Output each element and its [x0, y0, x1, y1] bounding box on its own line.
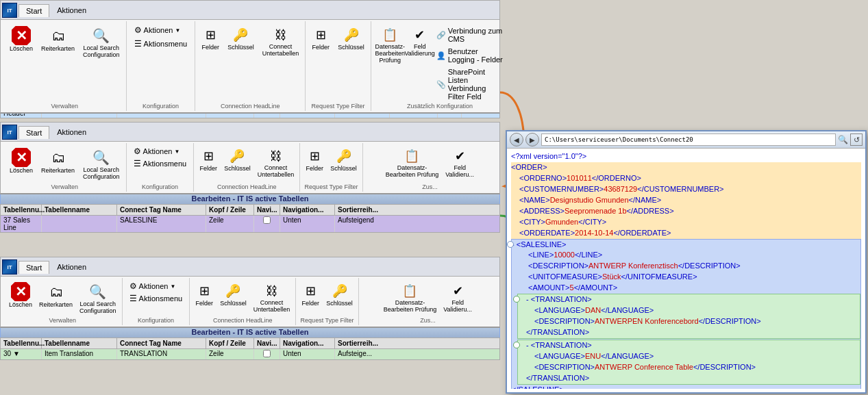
xml-forward-btn[interactable]: ▶ — [525, 133, 539, 146]
feld-valid-button-2[interactable]: ✔ FeldValidieru... — [443, 146, 477, 180]
group-label-zusatz-3: Zus... — [420, 317, 436, 324]
table-row-2[interactable]: 37 Sales Line SALESLINE Zeile Unten Aufs… — [1, 216, 499, 232]
ribbon-group-verwalten-3: ✕ Löschen 🗂 Reiterkarten 🔍 Local SearchC… — [3, 278, 123, 325]
datensatz-icon-3: 📋 — [401, 282, 419, 300]
ribbon-logo-1[interactable]: IT — [2, 3, 17, 18]
delete-button-2[interactable]: ✕ Löschen — [6, 146, 36, 176]
feld-valid-button-1[interactable]: ✔ FeldValidierung — [408, 24, 432, 60]
xml-line-pi: <?xml version="1.0"?> — [511, 151, 861, 162]
reiterkarten-button-2[interactable]: 🗂 Reiterkarten — [38, 146, 78, 176]
ribbon-group-connection-3: ⊞ Felder 🔑 Schlüssel ⛓ ConnectUntertabel… — [190, 278, 296, 325]
felder2-button-1[interactable]: ⊞ Felder — [308, 24, 333, 53]
th-sort-2: Sortierreih... — [335, 205, 499, 215]
reiterkarten-button-1[interactable]: 🗂 Reiterkarten — [38, 24, 78, 54]
connect-button-3[interactable]: ⛓ ConnectUntertabellen — [251, 281, 293, 315]
schluessel-button-1[interactable]: 🔑 Schlüssel — [224, 24, 258, 53]
benutzer-button-1[interactable]: 👤 Benutzer Logging - Felder — [434, 46, 506, 65]
aktionsmenu-button-1[interactable]: ☰ Aktionsmenu — [131, 38, 191, 50]
local-search-icon-2: 🔍 — [92, 148, 111, 167]
aktionen-label-2: Aktionen — [143, 147, 173, 155]
connect-button-1[interactable]: ⛓ ConnectUntertabellen — [259, 24, 303, 60]
local-search-label-1: Local SearchConfiguration — [83, 45, 120, 59]
benutzer-icon-1: 👤 — [436, 51, 446, 60]
felder-icon-3: ⊞ — [195, 282, 213, 300]
ribbon-buttons-request-1: ⊞ Felder 🔑 Schlüssel — [308, 23, 368, 102]
aktionsmenu-button-3[interactable]: ☰ Aktionsmenu — [127, 293, 186, 304]
schluessel2-button-1[interactable]: 🔑 Schlüssel — [334, 24, 368, 53]
xml-refresh-btn[interactable]: ↺ — [850, 133, 863, 146]
ribbon-body-2: ✕ Löschen 🗂 Reiterkarten 🔍 Local SearchC… — [1, 142, 499, 193]
felder-label-1: Felder — [201, 44, 219, 51]
aktionsmenu-icon-1: ☰ — [134, 39, 142, 49]
ribbon-group-request-2: ⊞ Felder 🔑 Schlüssel Request Type Filter — [300, 143, 363, 192]
group-label-request-3: Request Type Filter — [301, 317, 354, 324]
aktionsmenu-button-2[interactable]: ☰ Aktionsmenu — [131, 158, 190, 169]
ribbon-logo-2[interactable]: IT — [2, 125, 17, 140]
local-search-button-1[interactable]: 🔍 Local SearchConfiguration — [79, 24, 123, 61]
ribbon-logo-3[interactable]: IT — [2, 259, 17, 275]
group-label-verwalten-3: Verwalten — [49, 317, 77, 324]
tab-start-2[interactable]: Start — [18, 126, 49, 139]
xml-line-amount: <AMOUNT>5</AMOUNT> — [512, 283, 860, 294]
feld-valid-button-3[interactable]: ✔ FeldValidieru... — [441, 281, 475, 315]
felder-button-3[interactable]: ⊞ Felder — [193, 281, 216, 308]
table-header-2: Tabellennu... Tabellenname Connect Tag N… — [1, 205, 499, 216]
tab-aktionen-3[interactable]: Aktionen — [49, 260, 94, 274]
reiterkarten-button-3[interactable]: 🗂 Reiterkarten — [36, 281, 75, 309]
verbindung-button-1[interactable]: 🔗 Verbindung zum CMS — [434, 25, 506, 44]
aktionen-button-3[interactable]: ⚙ Aktionen ▼ — [127, 281, 186, 292]
aktionen-arrow-1: ▼ — [175, 27, 180, 34]
local-search-button-3[interactable]: 🔍 Local SearchConfiguration — [77, 281, 119, 316]
ribbon-buttons-verwalten-3: ✕ Löschen 🗂 Reiterkarten 🔍 Local SearchC… — [6, 279, 119, 316]
schluessel3-label-2: Schlüssel — [330, 165, 357, 172]
schluessel4-icon-3: 🔑 — [331, 282, 349, 300]
group-label-request-1: Request Type Filter — [312, 103, 365, 110]
aktionen-button-2[interactable]: ⚙ Aktionen ▼ — [131, 146, 190, 157]
xml-translation-block-1: - <TRANSLATION> <LANGUAGE>DAN</LANGUAGE>… — [517, 294, 860, 339]
tab-start-3[interactable]: Start — [18, 261, 49, 274]
xml-line-trans1-open: - <TRANSLATION> — [518, 294, 860, 305]
table-row-3[interactable]: 30 ▼ Item Translation TRANSLATION Zeile … — [1, 349, 499, 359]
tab-start-1[interactable]: Start — [18, 4, 49, 17]
xml-line-custno: <CUSTOMERNUMBER>43687129</CUSTOMERNUMBER… — [511, 184, 861, 195]
felder4-button-3[interactable]: ⊞ Felder — [299, 281, 322, 308]
local-search-button-2[interactable]: 🔍 Local SearchConfiguration — [79, 146, 123, 183]
tab-aktionen-1[interactable]: Aktionen — [49, 3, 94, 17]
datensatz-button-3[interactable]: 📋 Datensatz-Bearbeiten Prüfung — [381, 281, 440, 315]
aktionen-button-1[interactable]: ⚙ Aktionen ▼ — [131, 24, 191, 36]
felder3-button-2[interactable]: ⊞ Felder — [303, 146, 326, 173]
xml-line-salesline-close: </SALESLINE> — [512, 385, 860, 389]
schluessel-button-2[interactable]: 🔑 Schlüssel — [221, 146, 253, 173]
xml-order-block: <ORDER> <ORDERNO>101011</ORDERNO> <CUSTO… — [511, 162, 861, 239]
group-label-zusatz-2: Zus... — [422, 183, 438, 190]
ribbon-group-request-1: ⊞ Felder 🔑 Schlüssel Request Type Filter — [306, 21, 371, 111]
th-tag-2: Connect Tag Name — [117, 205, 206, 215]
xml-address-bar[interactable] — [541, 133, 836, 146]
navi-checkbox-3[interactable] — [263, 350, 271, 357]
sharepoint-button-1[interactable]: 📎 SharePoint Listen Verbindung Filter Fe… — [434, 66, 506, 102]
tab-aktionen-2[interactable]: Aktionen — [49, 125, 94, 139]
xml-line-address: <ADDRESS>Seepromenade 1b</ADDRESS> — [511, 206, 861, 217]
felder-button-1[interactable]: ⊞ Felder — [198, 24, 223, 53]
datensatz-button-1[interactable]: 📋 Datensatz-Bearbeiten Prüfung — [374, 24, 406, 66]
reiterkarten-label-2: Reiterkarten — [41, 167, 75, 174]
feld-valid-icon-1: ✔ — [411, 26, 429, 44]
schluessel3-button-2[interactable]: 🔑 Schlüssel — [327, 146, 360, 173]
delete-button-1[interactable]: ✕ Löschen — [6, 24, 36, 54]
schluessel4-button-3[interactable]: 🔑 Schlüssel — [323, 281, 356, 308]
schluessel-button-3[interactable]: 🔑 Schlüssel — [217, 281, 249, 308]
feld-valid-label-1: FeldValidierung — [404, 44, 434, 58]
delete-button-3[interactable]: ✕ Löschen — [6, 281, 35, 309]
connect-button-2[interactable]: ⛓ ConnectUntertabellen — [255, 146, 297, 180]
datensatz-button-2[interactable]: 📋 Datensatz-Bearbeiten Prüfung — [383, 146, 442, 180]
th-navi-2: Navi... — [254, 205, 280, 215]
xml-line-desc2: <DESCRIPTION>ANTWERP Conference Table</D… — [518, 362, 860, 373]
navi-checkbox-2[interactable] — [263, 216, 271, 224]
reiterkarten-label-3: Reiterkarten — [39, 301, 73, 308]
delete-label-1: Löschen — [10, 45, 33, 52]
xml-line-order-open: <ORDER> — [511, 162, 861, 173]
xml-back-btn[interactable]: ◀ — [510, 133, 523, 146]
datensatz-label-1: Datensatz-Bearbeiten Prüfung — [375, 44, 405, 64]
felder-button-2[interactable]: ⊞ Felder — [197, 146, 220, 173]
connect-label-3: ConnectUntertabellen — [253, 300, 290, 314]
